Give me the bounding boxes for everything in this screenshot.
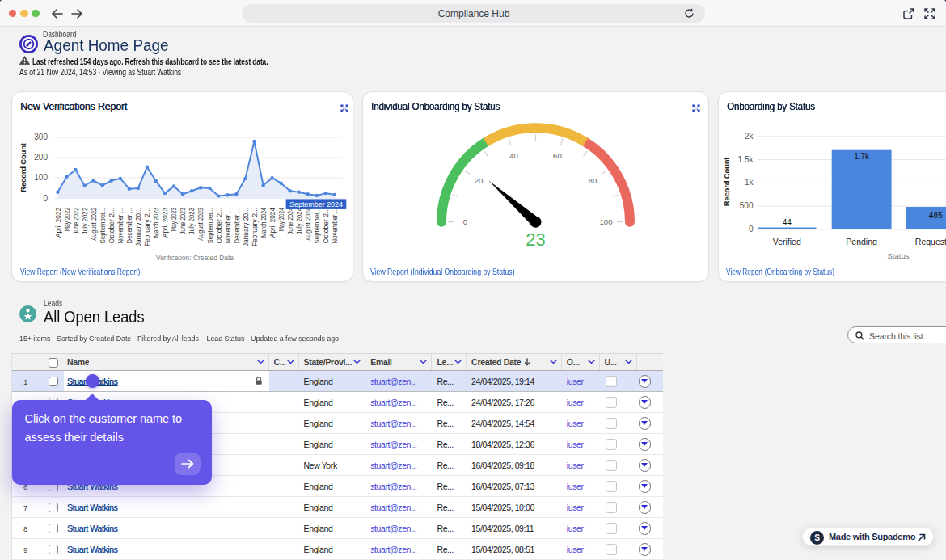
svg-text:80: 80 xyxy=(589,176,598,185)
svg-text:23: 23 xyxy=(526,229,545,250)
svg-text:1.5k: 1.5k xyxy=(738,155,754,164)
svg-text:May 2022: May 2022 xyxy=(62,208,71,232)
svg-text:September 2024: September 2024 xyxy=(289,200,343,208)
svg-text:December ...: December ... xyxy=(232,208,241,243)
svg-text:April 2024: April 2024 xyxy=(268,208,277,238)
svg-text:June 2024: June 2024 xyxy=(285,208,294,234)
svg-text:August 2024: August 2024 xyxy=(303,208,312,241)
svg-text:200: 200 xyxy=(34,153,48,162)
svg-text:100: 100 xyxy=(600,217,613,226)
svg-text:July 2023: July 2023 xyxy=(187,208,196,234)
svg-text:June 2022: June 2022 xyxy=(71,208,80,234)
svg-text:October 2...: October 2... xyxy=(107,208,116,243)
svg-text:0: 0 xyxy=(463,217,467,226)
svg-text:April 2022: April 2022 xyxy=(53,208,62,238)
svg-text:Record Count: Record Count xyxy=(19,142,27,192)
svg-text:Record Count: Record Count xyxy=(722,157,731,206)
svg-text:40: 40 xyxy=(509,151,518,160)
svg-text:1.7k: 1.7k xyxy=(854,152,870,161)
svg-text:July 2022: July 2022 xyxy=(80,208,89,234)
svg-text:300: 300 xyxy=(34,133,48,141)
svg-text:500: 500 xyxy=(740,201,754,210)
svg-text:November ...: November ... xyxy=(116,208,125,243)
svg-text:January 20...: January 20... xyxy=(241,208,250,246)
svg-text:March 2023: March 2023 xyxy=(151,208,160,238)
svg-text:February 2...: February 2... xyxy=(250,208,259,246)
svg-text:December ...: December ... xyxy=(125,208,133,243)
svg-text:October 2...: October 2... xyxy=(321,208,330,243)
svg-text:September...: September... xyxy=(205,208,214,243)
svg-text:February 2...: February 2... xyxy=(142,208,151,246)
svg-text:Status: Status xyxy=(888,251,910,260)
svg-text:September...: September... xyxy=(98,208,107,243)
svg-text:1k: 1k xyxy=(745,178,754,187)
svg-text:485: 485 xyxy=(929,211,943,220)
svg-text:July 2024: July 2024 xyxy=(294,208,303,234)
svg-text:June 2023: June 2023 xyxy=(178,208,187,234)
svg-text:September...: September... xyxy=(312,208,321,243)
svg-text:November ...: November ... xyxy=(223,208,232,243)
svg-text:April 2023: April 2023 xyxy=(160,208,169,238)
svg-text:100: 100 xyxy=(34,173,48,182)
svg-text:August 2023: August 2023 xyxy=(196,208,205,241)
svg-text:Verified: Verified xyxy=(773,237,801,246)
svg-text:Verification: Created Date: Verification: Created Date xyxy=(156,253,234,262)
svg-text:Requested: Requested xyxy=(915,237,946,246)
svg-text:March 2024: March 2024 xyxy=(259,208,268,238)
svg-text:October 2...: October 2... xyxy=(214,208,223,243)
svg-text:2k: 2k xyxy=(745,132,754,141)
svg-text:0: 0 xyxy=(43,194,48,203)
svg-text:44: 44 xyxy=(783,218,792,227)
svg-text:January 20...: January 20... xyxy=(133,208,142,246)
svg-text:May 2023: May 2023 xyxy=(169,208,178,232)
svg-text:August 2022: August 2022 xyxy=(89,208,98,241)
svg-text:20: 20 xyxy=(475,176,484,185)
svg-text:Pending: Pending xyxy=(846,237,877,246)
svg-text:November ...: November ... xyxy=(330,208,339,243)
svg-text:May 2024: May 2024 xyxy=(277,208,285,232)
svg-text:0: 0 xyxy=(749,225,754,234)
svg-text:60: 60 xyxy=(553,151,562,160)
